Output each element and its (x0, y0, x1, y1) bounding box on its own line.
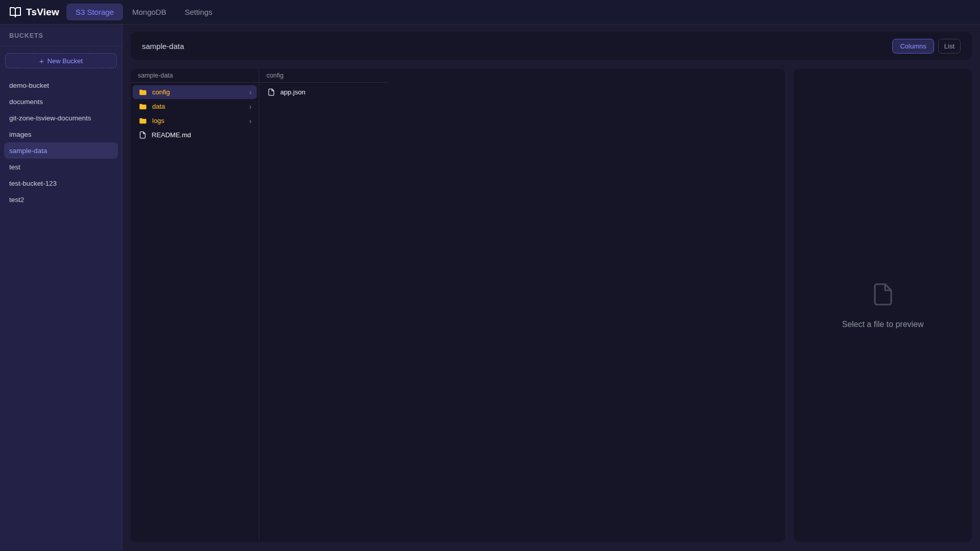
folder-icon (139, 103, 147, 111)
new-bucket-label: New Bucket (47, 57, 83, 65)
folder-row-config[interactable]: config › (133, 85, 257, 99)
file-row-app-json[interactable]: app.json (261, 85, 386, 99)
item-name: logs (152, 117, 164, 124)
nav-tab-settings[interactable]: Settings (176, 4, 222, 20)
column-rows: app.json (259, 83, 388, 102)
file-placeholder-icon (871, 282, 895, 307)
bucket-item-test2[interactable]: test2 (4, 191, 118, 208)
file-row-readme[interactable]: README.md (133, 128, 257, 142)
new-bucket-button[interactable]: + New Bucket (5, 53, 117, 68)
main-area: sample-data Columns List sample-data co (122, 24, 980, 550)
preview-placeholder-text: Select a file to preview (842, 320, 923, 329)
app-logo: TsView (9, 6, 59, 18)
bucket-item-test-bucket-123[interactable]: test-bucket-123 (4, 175, 118, 191)
file-icon (267, 88, 275, 96)
page-title: sample-data (142, 42, 184, 51)
app-title: TsView (26, 7, 59, 18)
chevron-right-icon: › (249, 117, 252, 124)
bucket-item-images[interactable]: images (4, 126, 118, 142)
bucket-item-demo-bucket[interactable]: demo-bucket (4, 77, 118, 93)
sidebar-section-title: BUCKETS (0, 24, 122, 46)
app-shell: BUCKETS + New Bucket demo-bucket documen… (0, 24, 980, 550)
item-name: data (152, 103, 165, 110)
item-name: config (152, 88, 170, 96)
chevron-right-icon: › (249, 103, 252, 110)
file-browser: sample-data config › (131, 69, 785, 542)
column-rows: config › data › (131, 83, 259, 144)
browser-column-config: config app.json (259, 69, 388, 542)
folder-row-logs[interactable]: logs › (133, 114, 257, 128)
columns-view-button[interactable]: Columns (892, 39, 934, 54)
list-view-button[interactable]: List (938, 39, 961, 54)
buckets-sidebar: BUCKETS + New Bucket demo-bucket documen… (0, 24, 122, 550)
folder-icon (139, 117, 147, 125)
bucket-item-documents[interactable]: documents (4, 93, 118, 110)
bucket-item-sample-data[interactable]: sample-data (4, 142, 118, 159)
file-icon (139, 131, 146, 139)
nav-tab-s3-storage[interactable]: S3 Storage (66, 4, 123, 20)
topbar: TsView S3 Storage MongoDB Settings (0, 0, 980, 24)
folder-row-data[interactable]: data › (133, 99, 257, 113)
nav-tab-mongodb[interactable]: MongoDB (123, 4, 176, 20)
content-row: sample-data config › (131, 69, 972, 542)
main-nav: S3 Storage MongoDB Settings (66, 4, 222, 20)
column-header: sample-data (131, 69, 259, 83)
folder-icon (139, 88, 147, 96)
view-toggle: Columns List (892, 39, 961, 54)
file-preview-panel: Select a file to preview (794, 69, 972, 542)
browser-column-sample-data: sample-data config › (131, 69, 259, 542)
item-name: app.json (280, 88, 305, 96)
item-name: README.md (152, 131, 191, 139)
plus-icon: + (39, 57, 44, 65)
bucket-header-card: sample-data Columns List (131, 32, 972, 60)
bucket-item-test[interactable]: test (4, 159, 118, 175)
book-open-icon (9, 6, 21, 18)
bucket-item-git-zone-tsview-documents[interactable]: git-zone-tsview-documents (4, 110, 118, 126)
bucket-list: demo-bucket documents git-zone-tsview-do… (0, 77, 122, 208)
chevron-right-icon: › (249, 89, 252, 96)
column-header: config (259, 69, 388, 83)
